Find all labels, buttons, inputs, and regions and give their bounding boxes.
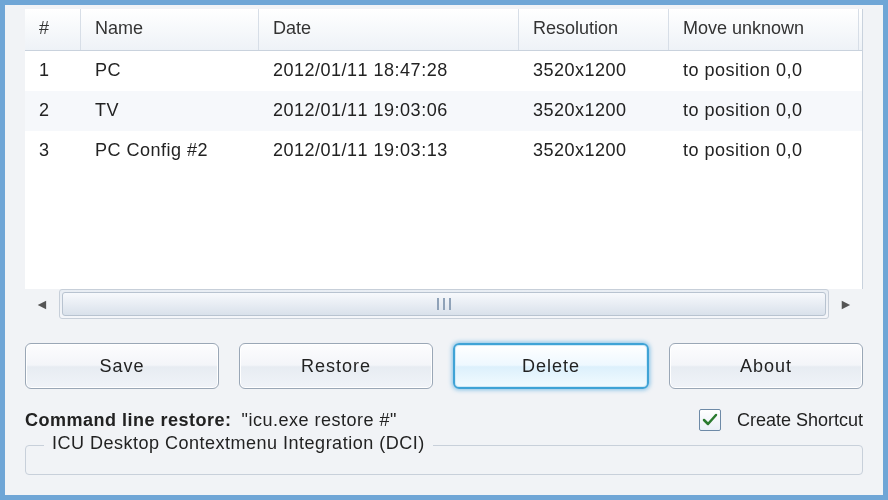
window-client-area: # Name Date Resolution Move unknown 1 PC…: [0, 0, 888, 500]
column-header-resolution[interactable]: Resolution: [519, 9, 669, 50]
table-row[interactable]: 1 PC 2012/01/11 18:47:28 3520x1200 to po…: [25, 51, 862, 91]
cell-resolution: 3520x1200: [519, 51, 669, 91]
cell-index: 1: [25, 51, 81, 91]
create-shortcut-checkbox[interactable]: [699, 409, 721, 431]
table-row[interactable]: 3 PC Config #2 2012/01/11 19:03:13 3520x…: [25, 131, 862, 171]
cell-name: TV: [81, 91, 259, 131]
save-button[interactable]: Save: [25, 343, 219, 389]
cell-resolution: 3520x1200: [519, 131, 669, 171]
cell-date: 2012/01/11 18:47:28: [259, 51, 519, 91]
create-shortcut-label: Create Shortcut: [737, 410, 863, 431]
checkmark-icon: [702, 412, 718, 428]
cell-name: PC: [81, 51, 259, 91]
cell-move: to position 0,0: [669, 51, 859, 91]
scroll-left-arrow-icon[interactable]: ◄: [25, 289, 59, 319]
command-line-value: "icu.exe restore #": [242, 410, 397, 431]
scrollbar-thumb[interactable]: [62, 292, 826, 316]
restore-button[interactable]: Restore: [239, 343, 433, 389]
cell-name: PC Config #2: [81, 131, 259, 171]
column-header-name[interactable]: Name: [81, 9, 259, 50]
cell-date: 2012/01/11 19:03:06: [259, 91, 519, 131]
scrollbar-grip-icon: [430, 298, 458, 310]
listview-header: # Name Date Resolution Move unknown: [25, 9, 862, 51]
dci-groupbox-title: ICU Desktop Contextmenu Integration (DCI…: [44, 433, 433, 454]
cell-index: 2: [25, 91, 81, 131]
column-header-move[interactable]: Move unknown: [669, 9, 859, 50]
command-line-label: Command line restore:: [25, 410, 232, 431]
table-row[interactable]: 2 TV 2012/01/11 19:03:06 3520x1200 to po…: [25, 91, 862, 131]
scroll-right-arrow-icon[interactable]: ►: [829, 289, 863, 319]
cell-resolution: 3520x1200: [519, 91, 669, 131]
cell-date: 2012/01/11 19:03:13: [259, 131, 519, 171]
configs-listview[interactable]: # Name Date Resolution Move unknown 1 PC…: [25, 9, 863, 289]
cell-index: 3: [25, 131, 81, 171]
scrollbar-track[interactable]: [59, 289, 829, 319]
horizontal-scrollbar[interactable]: ◄ ►: [25, 289, 863, 319]
delete-button[interactable]: Delete: [453, 343, 649, 389]
about-button[interactable]: About: [669, 343, 863, 389]
cell-move: to position 0,0: [669, 131, 859, 171]
listview-body: 1 PC 2012/01/11 18:47:28 3520x1200 to po…: [25, 51, 862, 289]
column-header-index[interactable]: #: [25, 9, 81, 50]
column-header-date[interactable]: Date: [259, 9, 519, 50]
button-row: Save Restore Delete About: [25, 343, 863, 389]
command-line-row: Command line restore: "icu.exe restore #…: [25, 409, 863, 431]
dci-groupbox: ICU Desktop Contextmenu Integration (DCI…: [25, 445, 863, 475]
cell-move: to position 0,0: [669, 91, 859, 131]
